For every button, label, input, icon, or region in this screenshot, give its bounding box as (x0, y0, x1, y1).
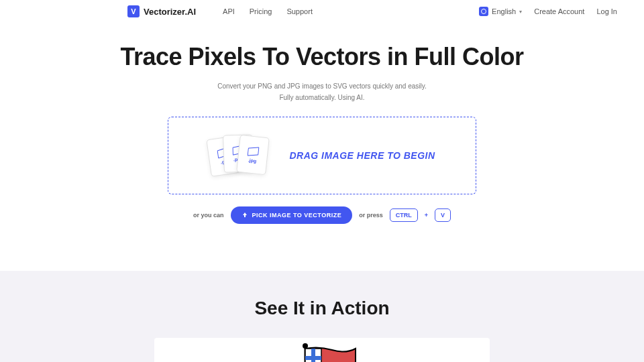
log-in-link[interactable]: Log In (596, 7, 617, 15)
hero-section: Trace Pixels To Vectors in Full Color Co… (0, 23, 644, 224)
globe-icon (479, 7, 488, 16)
nav-api[interactable]: API (223, 7, 235, 15)
dropzone[interactable]: .gif .png .jpg DRAG IMAGE HERE TO BEGIN (168, 117, 476, 194)
sub-line-2: Fully automatically. Using AI. (13, 92, 631, 103)
pick-image-button[interactable]: PICK IMAGE TO VECTORIZE (231, 206, 353, 224)
file-type-illustration: .gif .png .jpg (209, 133, 269, 178)
nav-pricing[interactable]: Pricing (250, 7, 272, 15)
header-right: English ▾ Create Account Log In (479, 7, 617, 16)
section-title: See It in Action (0, 298, 644, 319)
brand-name: Vectorizer.AI (144, 7, 196, 17)
file-card-jpg: .jpg (237, 135, 270, 175)
image-icon (248, 147, 260, 156)
or-press-label: or press (359, 212, 383, 219)
header: V Vectorizer.AI API Pricing Support Engl… (0, 0, 644, 23)
dropzone-alt-row: or you can PICK IMAGE TO VECTORIZE or pr… (13, 206, 631, 224)
hero-subtitle: Convert your PNG and JPG images to SVG v… (13, 80, 631, 103)
language-label: English (492, 7, 516, 15)
page-title: Trace Pixels To Vectors in Full Color (13, 43, 631, 71)
file-ext-label: .jpg (248, 158, 257, 163)
kbd-ctrl: CTRL (390, 208, 418, 222)
see-in-action-section: See It in Action (0, 271, 644, 362)
dropzone-label: DRAG IMAGE HERE TO BEGIN (289, 150, 435, 161)
kbd-v: V (435, 208, 451, 222)
create-account-link[interactable]: Create Account (534, 7, 584, 15)
or-you-can-label: or you can (193, 212, 224, 219)
sub-line-1: Convert your PNG and JPG images to SVG v… (13, 80, 631, 92)
logo-icon: V (127, 5, 140, 17)
nav-links: API Pricing Support (223, 7, 313, 15)
upload-icon (241, 212, 248, 219)
nav-support[interactable]: Support (286, 7, 313, 15)
demo-preview (154, 338, 490, 362)
chevron-down-icon: ▾ (519, 9, 522, 15)
flag-illustration (272, 341, 372, 362)
language-select[interactable]: English ▾ (479, 7, 522, 16)
plus-sign: + (425, 212, 428, 219)
logo[interactable]: V Vectorizer.AI (127, 5, 196, 17)
pick-button-label: PICK IMAGE TO VECTORIZE (252, 212, 342, 219)
